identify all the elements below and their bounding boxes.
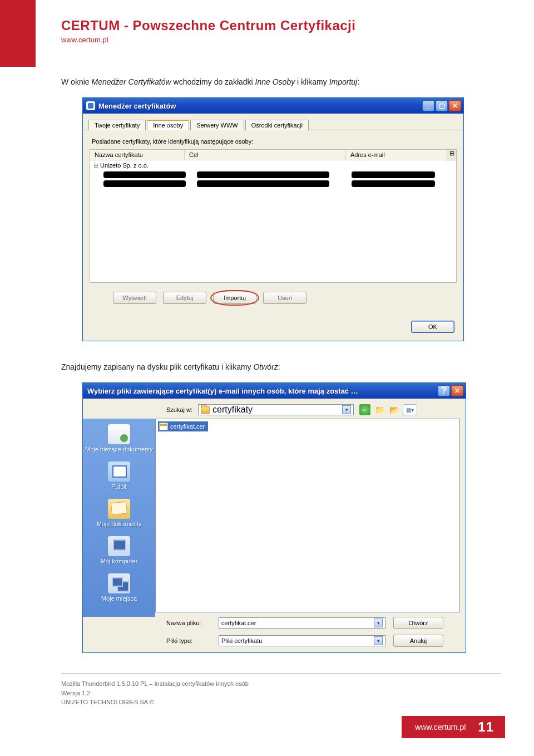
redacted-email — [352, 171, 435, 178]
header-accent-bar — [0, 0, 36, 67]
footer-site-url: www.certum.pl — [415, 723, 466, 732]
page-number: 11 — [478, 719, 494, 735]
tab-strip: Twoje certyfikaty Inne osoby Serwery WWW… — [83, 114, 463, 130]
lookin-combo[interactable]: certyfikaty ▾ — [198, 404, 354, 415]
page-title: CERTUM - Powszechne Centrum Certyfikacji — [61, 18, 534, 33]
footer-divider — [61, 673, 501, 674]
page-header: CERTUM - Powszechne Centrum Certyfikacji… — [0, 0, 534, 44]
network-places-icon — [108, 573, 130, 593]
cert-list-header: Nazwa certyfikatu Cel Adres e-mail ⊞ — [90, 150, 456, 160]
my-computer-icon — [108, 536, 130, 556]
new-folder-icon[interactable]: 📂 — [388, 404, 399, 415]
paragraph-2: Znajdujemy zapisany na dysku plik certyf… — [0, 341, 534, 382]
view-menu-icon[interactable]: ▦▾ — [403, 404, 417, 415]
desktop-icon — [108, 462, 130, 482]
redacted-name — [103, 180, 186, 187]
maximize-button[interactable]: ▢ — [436, 100, 448, 111]
file-dialog-window: Wybierz pliki zawierające certyfikat(y) … — [82, 382, 466, 653]
file-dialog-title: Wybierz pliki zawierające certyfikat(y) … — [87, 387, 438, 395]
import-button[interactable]: Importuj — [213, 292, 256, 304]
recent-docs-icon — [108, 424, 130, 444]
view-button[interactable]: Wyświetl — [113, 292, 156, 304]
lookin-value: certyfikaty — [212, 405, 253, 415]
places-recent[interactable]: Moje bieżące dokumenty — [83, 422, 155, 458]
redacted-email — [352, 180, 435, 187]
filetype-select[interactable]: Pliki certyfikatu ▾ — [219, 635, 385, 646]
filetype-label: Pliki typu: — [166, 637, 211, 644]
ok-button[interactable]: OK — [411, 321, 454, 333]
app-icon — [86, 101, 95, 110]
close-button[interactable]: ✕ — [449, 100, 461, 111]
filename-input[interactable]: certyfikat.cer ▾ — [219, 617, 385, 629]
edit-button[interactable]: Edytuj — [163, 292, 206, 304]
minimize-button[interactable]: _ — [422, 100, 434, 111]
chevron-down-icon[interactable]: ▾ — [374, 636, 383, 645]
lookin-label: Szukaj w: — [166, 406, 192, 413]
places-network[interactable]: Moje miejsca — [83, 571, 155, 607]
up-folder-icon[interactable]: 📁 — [374, 404, 385, 415]
file-list[interactable]: certyfikat.cer — [155, 419, 460, 612]
chevron-down-icon[interactable]: ▾ — [342, 405, 351, 414]
org-node[interactable]: Unizeto Sp. z o.o. — [90, 161, 456, 170]
file-dialog-titlebar[interactable]: Wybierz pliki zawierające certyfikat(y) … — [83, 383, 466, 399]
delete-button[interactable]: Usuń — [263, 292, 306, 304]
cert-manager-titlebar[interactable]: Menedżer certyfikatów _ ▢ ✕ — [83, 98, 463, 114]
open-button[interactable]: Otwórz — [393, 617, 443, 629]
footer-meta: Mozilla Thunderbird 1.5.0.10 PL – Instal… — [0, 679, 534, 707]
redacted-purpose — [197, 171, 329, 178]
help-button[interactable]: ? — [438, 385, 450, 396]
header-site-url: www.certum.pl — [61, 36, 534, 44]
filename-label: Nazwa pliku: — [166, 620, 211, 626]
my-documents-icon — [108, 499, 130, 519]
table-row[interactable] — [90, 179, 456, 188]
places-my-documents[interactable]: Moje dokumenty — [83, 497, 155, 533]
footer-line-1: Mozilla Thunderbird 1.5.0.10 PL – Instal… — [61, 679, 534, 689]
certificate-file-icon — [159, 423, 168, 430]
cert-manager-buttons: Wyświetl Edytuj Importuj Usuń — [83, 283, 463, 308]
footer-line-3: UNIZETO TECHNOLOGIES SA © — [61, 698, 534, 707]
close-button[interactable]: ✕ — [451, 385, 463, 396]
redacted-name — [103, 171, 186, 178]
cert-manager-window: Menedżer certyfikatów _ ▢ ✕ Twoje certyf… — [82, 97, 464, 341]
places-my-computer[interactable]: Mój komputer — [83, 534, 155, 570]
folder-icon — [201, 406, 210, 414]
column-email[interactable]: Adres e-mail — [346, 150, 456, 160]
file-item-selected[interactable]: certyfikat.cer — [158, 421, 208, 431]
column-purpose[interactable]: Cel — [185, 150, 346, 160]
tab-your-certs[interactable]: Twoje certyfikaty — [88, 120, 146, 130]
window-title: Menedżer certyfikatów — [98, 102, 422, 110]
footer-red-band: www.certum.pl 11 — [402, 716, 505, 738]
footer-line-2: Wersja 1.2 — [61, 689, 534, 698]
redacted-purpose — [197, 180, 329, 187]
chevron-down-icon[interactable]: ▾ — [374, 618, 383, 627]
table-row[interactable] — [90, 170, 456, 179]
tab-caption: Posiadane certyfikaty, które identyfikuj… — [83, 130, 463, 149]
tab-other-people[interactable]: Inne osoby — [147, 120, 189, 130]
intro-paragraph: W oknie Menedżer Certyfikatów wchodzimy … — [0, 44, 534, 97]
column-picker-icon[interactable]: ⊞ — [447, 150, 456, 161]
tab-authorities[interactable]: Ośrodki certyfikacji — [245, 120, 309, 130]
cert-list[interactable]: Nazwa certyfikatu Cel Adres e-mail ⊞ Uni… — [90, 149, 457, 283]
cancel-button[interactable]: Anuluj — [393, 635, 443, 647]
back-icon[interactable]: ← — [359, 404, 370, 415]
places-bar: Moje bieżące dokumenty Pulpit Moje dokum… — [83, 419, 155, 617]
tab-servers[interactable]: Serwery WWW — [190, 120, 244, 130]
places-desktop[interactable]: Pulpit — [83, 459, 155, 495]
column-name[interactable]: Nazwa certyfikatu — [90, 150, 185, 160]
